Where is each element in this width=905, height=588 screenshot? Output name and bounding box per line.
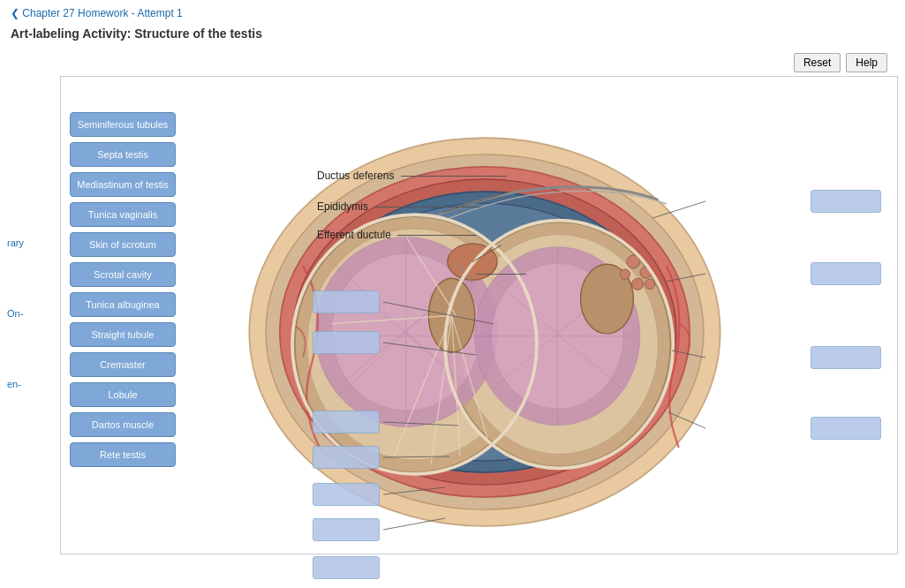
label-lobule[interactable]: Lobule bbox=[70, 382, 176, 407]
nav-item-2[interactable]: On- bbox=[7, 305, 60, 323]
label-efferent-ductule-text: Efferent ductule bbox=[317, 229, 477, 241]
page-container: Chapter 27 Homework - Attempt 1 Art-labe… bbox=[0, 0, 905, 588]
drop-box-right-4[interactable] bbox=[811, 417, 881, 440]
nav-item-1[interactable]: rary bbox=[7, 235, 60, 253]
label-tunica-albuginea[interactable]: Tunica albuginea bbox=[70, 292, 176, 317]
svg-point-31 bbox=[645, 279, 654, 289]
label-rete-testis[interactable]: Rete testis bbox=[70, 442, 176, 467]
help-button[interactable]: Help bbox=[846, 53, 887, 72]
diagram-area: Ductus deferens Epididymis Efferent duct… bbox=[185, 86, 888, 545]
toolbar: Reset Help bbox=[0, 49, 905, 76]
anatomy-svg bbox=[229, 94, 741, 545]
svg-point-29 bbox=[620, 269, 630, 279]
reset-button[interactable]: Reset bbox=[794, 53, 841, 72]
drop-box-right-1[interactable] bbox=[811, 190, 881, 213]
label-straight-tubule[interactable]: Straight tubule bbox=[70, 322, 176, 347]
sidebar-nav: rary On- en- bbox=[7, 76, 60, 554]
label-septa-testis[interactable]: Septa testis bbox=[70, 142, 176, 167]
activity-box: Seminiferous tubules Septa testis Medias… bbox=[60, 76, 898, 554]
label-epididymis-text: Epididymis bbox=[317, 200, 480, 213]
labels-column: Seminiferous tubules Septa testis Medias… bbox=[70, 86, 176, 545]
label-mediastinum-of-testis[interactable]: Mediastinum of testis bbox=[70, 172, 176, 197]
label-scrotal-cavity[interactable]: Scrotal cavity bbox=[70, 262, 176, 287]
drop-box-left-3[interactable] bbox=[313, 411, 380, 433]
drop-box-left-1[interactable] bbox=[313, 290, 380, 313]
main-layout: rary On- en- Seminiferous tubules Septa … bbox=[0, 76, 905, 554]
drop-box-left-6[interactable] bbox=[313, 518, 380, 541]
drop-box-right-3[interactable] bbox=[811, 346, 881, 369]
label-tunica-vaginalis[interactable]: Tunica vaginalis bbox=[70, 202, 176, 227]
label-cremaster[interactable]: Cremaster bbox=[70, 352, 176, 377]
drop-box-left-2[interactable] bbox=[313, 331, 380, 354]
drop-box-right-2[interactable] bbox=[811, 262, 881, 285]
drop-box-left-7[interactable] bbox=[313, 556, 380, 579]
svg-point-30 bbox=[632, 278, 644, 290]
drop-box-left-5[interactable] bbox=[313, 483, 380, 506]
label-skin-of-scrotum[interactable]: Skin of scrotum bbox=[70, 232, 176, 257]
nav-item-3[interactable]: en- bbox=[7, 376, 60, 394]
label-dartos-muscle[interactable]: Dartos muscle bbox=[70, 412, 176, 437]
label-seminiferous-tubules[interactable]: Seminiferous tubules bbox=[70, 112, 176, 137]
drop-box-left-4[interactable] bbox=[313, 446, 380, 469]
breadcrumb[interactable]: Chapter 27 Homework - Attempt 1 bbox=[0, 0, 905, 23]
page-title: Art-labeling Activity: Structure of the … bbox=[0, 23, 905, 49]
label-ductus-deferens-text: Ductus deferens bbox=[317, 170, 507, 182]
